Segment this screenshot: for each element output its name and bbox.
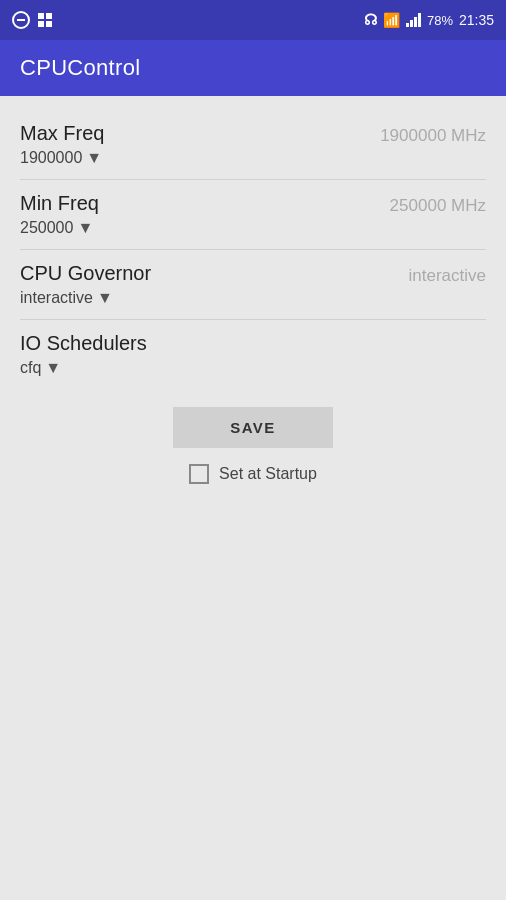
divider-1: [20, 179, 486, 180]
io-schedulers-left: IO Schedulers cfq ▼: [20, 332, 346, 377]
save-button[interactable]: SAVE: [173, 407, 333, 448]
signal-icon: [406, 13, 421, 27]
cpu-governor-arrow-icon: ▼: [97, 289, 113, 307]
bluetooth-icon: ☊: [364, 11, 377, 29]
io-schedulers-row: IO Schedulers cfq ▼: [20, 322, 486, 387]
app-bar: CPUControl: [0, 40, 506, 96]
min-freq-dropdown[interactable]: 250000 ▼: [20, 219, 346, 237]
app-title: CPUControl: [20, 55, 140, 81]
battery-indicator: 78%: [427, 13, 453, 28]
max-freq-value: 1900000: [20, 149, 82, 167]
divider-3: [20, 319, 486, 320]
cpu-governor-left: CPU Governor interactive ▼: [20, 262, 346, 307]
max-freq-arrow-icon: ▼: [86, 149, 102, 167]
startup-checkbox[interactable]: [189, 464, 209, 484]
max-freq-label: Max Freq: [20, 122, 346, 145]
min-freq-label: Min Freq: [20, 192, 346, 215]
save-section: SAVE Set at Startup: [20, 407, 486, 484]
min-freq-arrow-icon: ▼: [77, 219, 93, 237]
startup-label: Set at Startup: [219, 465, 317, 483]
circle-minus-icon: [12, 11, 30, 29]
wifi-icon: 📶: [383, 12, 400, 28]
min-freq-current: 250000 MHz: [346, 192, 486, 216]
io-schedulers-label: IO Schedulers: [20, 332, 346, 355]
cpu-governor-row: CPU Governor interactive ▼ interactive: [20, 252, 486, 317]
cpu-governor-current: interactive: [346, 262, 486, 286]
cpu-governor-label: CPU Governor: [20, 262, 346, 285]
io-schedulers-arrow-icon: ▼: [45, 359, 61, 377]
startup-row[interactable]: Set at Startup: [189, 464, 317, 484]
status-bar-left: [12, 11, 52, 29]
cpu-governor-value: interactive: [20, 289, 93, 307]
min-freq-row: Min Freq 250000 ▼ 250000 MHz: [20, 182, 486, 247]
max-freq-left: Max Freq 1900000 ▼: [20, 122, 346, 167]
max-freq-row: Max Freq 1900000 ▼ 1900000 MHz: [20, 112, 486, 177]
status-bar-right: ☊ 📶 78% 21:35: [364, 11, 494, 29]
status-time: 21:35: [459, 12, 494, 28]
divider-2: [20, 249, 486, 250]
io-schedulers-dropdown[interactable]: cfq ▼: [20, 359, 346, 377]
min-freq-value: 250000: [20, 219, 73, 237]
grid-icon: [38, 13, 52, 27]
io-schedulers-current: [346, 332, 486, 336]
content-area: Max Freq 1900000 ▼ 1900000 MHz Min Freq …: [0, 96, 506, 500]
status-bar: ☊ 📶 78% 21:35: [0, 0, 506, 40]
io-schedulers-value: cfq: [20, 359, 41, 377]
max-freq-dropdown[interactable]: 1900000 ▼: [20, 149, 346, 167]
min-freq-left: Min Freq 250000 ▼: [20, 192, 346, 237]
cpu-governor-dropdown[interactable]: interactive ▼: [20, 289, 346, 307]
max-freq-current: 1900000 MHz: [346, 122, 486, 146]
